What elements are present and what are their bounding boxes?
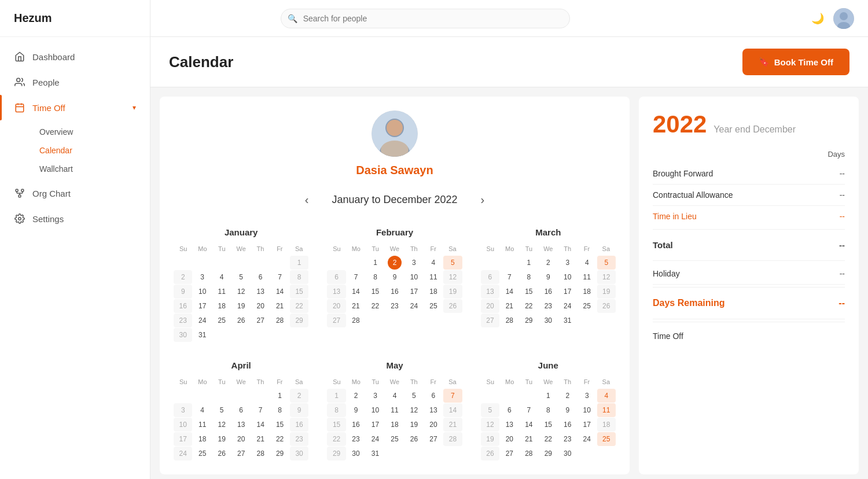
day-cell[interactable]: 7 <box>347 270 365 284</box>
day-cell[interactable]: 6 <box>424 389 443 403</box>
day-cell[interactable]: 18 <box>212 299 231 313</box>
day-cell[interactable]: 23 <box>539 299 557 313</box>
day-cell[interactable]: 3 <box>193 270 211 284</box>
day-cell[interactable]: 7 <box>443 389 462 403</box>
day-cell[interactable]: 23 <box>558 432 577 446</box>
day-cell[interactable]: 22 <box>290 299 308 313</box>
day-cell[interactable]: 5 <box>231 270 250 284</box>
day-cell[interactable]: 28 <box>251 447 270 460</box>
day-cell[interactable]: 13 <box>327 285 345 299</box>
day-cell[interactable]: 24 <box>578 432 596 446</box>
day-cell[interactable]: 2 <box>174 270 192 284</box>
day-cell[interactable]: 14 <box>520 418 538 432</box>
day-cell[interactable]: 17 <box>366 418 384 432</box>
day-cell[interactable]: 8 <box>327 403 345 417</box>
day-cell[interactable]: 27 <box>327 314 345 327</box>
day-cell[interactable]: 28 <box>520 447 538 460</box>
subnav-wallchart[interactable]: Wallchart <box>32 160 150 178</box>
day-cell[interactable]: 13 <box>251 285 270 299</box>
day-cell[interactable]: 7 <box>500 270 518 284</box>
day-cell[interactable]: 28 <box>500 314 518 327</box>
day-cell[interactable]: 21 <box>270 299 289 313</box>
day-cell[interactable]: 6 <box>327 270 345 284</box>
day-cell[interactable]: 9 <box>558 403 577 417</box>
day-cell[interactable]: 10 <box>174 418 192 432</box>
day-cell[interactable]: 20 <box>424 418 443 432</box>
day-cell[interactable]: 19 <box>231 299 250 313</box>
day-cell[interactable]: 29 <box>327 447 345 460</box>
avatar[interactable] <box>833 8 854 29</box>
day-cell[interactable]: 15 <box>539 418 557 432</box>
day-cell[interactable]: 24 <box>558 299 577 313</box>
day-cell[interactable]: 27 <box>231 447 250 460</box>
day-cell[interactable]: 9 <box>539 270 557 284</box>
day-cell[interactable]: 21 <box>347 299 365 313</box>
day-cell[interactable]: 21 <box>500 299 518 313</box>
day-cell[interactable]: 1 <box>290 256 308 270</box>
day-cell[interactable]: 6 <box>500 403 518 417</box>
day-cell[interactable]: 15 <box>366 285 384 299</box>
day-cell[interactable]: 15 <box>270 418 289 432</box>
day-cell[interactable]: 25 <box>385 432 404 446</box>
day-cell[interactable]: 31 <box>193 328 211 342</box>
day-cell[interactable]: 3 <box>366 389 384 403</box>
day-cell[interactable]: 12 <box>443 270 462 284</box>
day-cell[interactable]: 20 <box>327 299 345 313</box>
day-cell[interactable]: 11 <box>424 270 443 284</box>
day-cell[interactable]: 22 <box>270 432 289 446</box>
day-cell[interactable]: 22 <box>520 299 538 313</box>
day-cell[interactable]: 1 <box>270 389 289 403</box>
sidebar-item-people[interactable]: People <box>0 69 150 95</box>
day-cell[interactable]: 19 <box>212 432 231 446</box>
day-cell[interactable]: 30 <box>539 314 557 327</box>
day-cell[interactable]: 5 <box>212 403 231 417</box>
day-cell[interactable]: 10 <box>558 270 577 284</box>
day-cell[interactable]: 27 <box>424 432 443 446</box>
day-cell[interactable]: 4 <box>385 389 404 403</box>
day-cell[interactable]: 16 <box>539 285 557 299</box>
day-cell[interactable]: 9 <box>385 270 404 284</box>
day-cell[interactable]: 25 <box>597 432 616 446</box>
day-cell[interactable]: 12 <box>212 418 231 432</box>
day-cell[interactable]: 28 <box>443 432 462 446</box>
day-cell[interactable]: 4 <box>212 270 231 284</box>
day-cell[interactable]: 18 <box>578 285 596 299</box>
day-cell[interactable]: 26 <box>597 299 616 313</box>
day-cell[interactable]: 1 <box>366 256 384 270</box>
day-cell[interactable]: 16 <box>558 418 577 432</box>
day-cell[interactable]: 11 <box>212 285 231 299</box>
day-cell[interactable]: 16 <box>174 299 192 313</box>
day-cell[interactable]: 20 <box>481 299 499 313</box>
day-cell[interactable]: 9 <box>347 403 365 417</box>
day-cell[interactable]: 26 <box>404 432 423 446</box>
day-cell[interactable]: 19 <box>597 285 616 299</box>
day-cell[interactable]: 2 <box>347 389 365 403</box>
day-cell[interactable]: 18 <box>385 418 404 432</box>
day-cell[interactable]: 23 <box>290 432 308 446</box>
day-cell[interactable]: 17 <box>193 299 211 313</box>
sidebar-item-dashboard[interactable]: Dashboard <box>0 44 150 69</box>
next-year-button[interactable]: › <box>476 191 490 209</box>
day-cell[interactable]: 8 <box>520 270 538 284</box>
day-cell[interactable]: 24 <box>366 432 384 446</box>
day-cell[interactable]: 27 <box>251 314 270 327</box>
day-cell[interactable]: 29 <box>520 314 538 327</box>
day-cell[interactable]: 14 <box>251 418 270 432</box>
day-cell[interactable]: 4 <box>597 389 616 403</box>
day-cell[interactable]: 28 <box>347 314 365 327</box>
day-cell[interactable]: 15 <box>327 418 345 432</box>
day-cell[interactable]: 26 <box>231 314 250 327</box>
day-cell[interactable]: 14 <box>270 285 289 299</box>
day-cell[interactable]: 11 <box>385 403 404 417</box>
day-cell[interactable]: 1 <box>520 256 538 270</box>
day-cell[interactable]: 11 <box>578 270 596 284</box>
day-cell[interactable]: 14 <box>347 285 365 299</box>
day-cell[interactable]: 26 <box>481 447 499 460</box>
day-cell[interactable]: 18 <box>193 432 211 446</box>
day-cell[interactable]: 14 <box>500 285 518 299</box>
day-cell[interactable]: 29 <box>290 314 308 327</box>
day-cell[interactable]: 18 <box>597 418 616 432</box>
day-cell[interactable]: 23 <box>174 314 192 327</box>
day-cell[interactable]: 17 <box>558 285 577 299</box>
day-cell[interactable]: 18 <box>424 285 443 299</box>
